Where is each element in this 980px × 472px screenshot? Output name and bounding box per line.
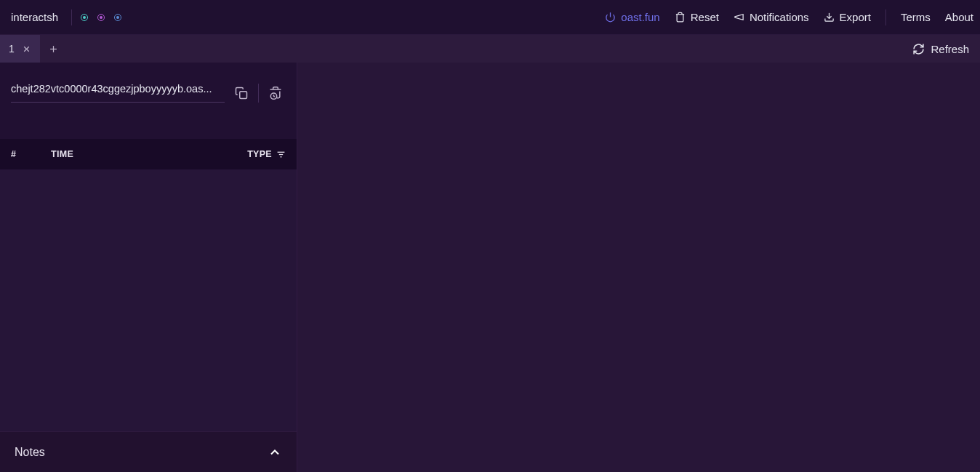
tabs-bar: 1 Refresh	[0, 35, 980, 63]
trash-icon	[675, 12, 686, 23]
column-index: #	[11, 149, 51, 159]
status-dots	[71, 9, 121, 25]
close-icon[interactable]	[22, 44, 31, 54]
url-row: chejt282vtc0000r43cggezjpboyyyyyb.oas...	[0, 63, 297, 108]
clear-history-button[interactable]	[268, 85, 284, 101]
trash-clock-icon	[268, 86, 283, 100]
status-dot-blue	[114, 14, 121, 21]
megaphone-icon	[734, 12, 744, 23]
terms-link[interactable]: Terms	[901, 11, 931, 23]
tab-label: 1	[9, 43, 15, 55]
reset-label: Reset	[691, 11, 719, 23]
reset-button[interactable]: Reset	[675, 11, 719, 23]
chevron-up-icon	[268, 445, 282, 460]
download-icon	[824, 12, 835, 23]
main-panel	[297, 63, 980, 472]
column-type-label: TYPE	[247, 149, 272, 159]
refresh-icon	[912, 43, 925, 55]
status-dot-teal	[81, 14, 88, 21]
notes-toggle[interactable]: Notes	[0, 431, 297, 472]
column-time: TIME	[51, 149, 247, 159]
svg-rect-6	[240, 91, 247, 98]
brand-text: interactsh	[11, 11, 58, 23]
header-right: oast.fun Reset Notifications Export Term…	[605, 9, 969, 25]
export-button[interactable]: Export	[824, 11, 871, 23]
status-dot-purple	[97, 14, 105, 21]
refresh-button[interactable]: Refresh	[901, 35, 980, 63]
copy-icon	[235, 87, 248, 100]
notifications-label: Notifications	[750, 11, 809, 23]
column-type[interactable]: TYPE	[247, 149, 286, 159]
terms-label: Terms	[901, 11, 931, 23]
payload-url[interactable]: chejt282vtc0000r43cggezjpboyyyyyb.oas...	[11, 83, 225, 103]
plus-icon	[48, 44, 59, 55]
about-label: About	[945, 11, 973, 23]
sidebar: chejt282vtc0000r43cggezjpboyyyyyb.oas...…	[0, 63, 297, 472]
add-tab-button[interactable]	[40, 35, 68, 63]
separator	[885, 9, 886, 25]
filter-icon	[276, 150, 286, 159]
tab-1[interactable]: 1	[0, 35, 40, 63]
host-link[interactable]: oast.fun	[605, 11, 659, 23]
table-header: # TIME TYPE	[0, 139, 297, 169]
brand: interactsh	[11, 11, 58, 23]
copy-button[interactable]	[233, 85, 249, 101]
table-body	[0, 169, 297, 431]
host-text: oast.fun	[621, 11, 659, 23]
notifications-button[interactable]: Notifications	[734, 11, 809, 23]
content: chejt282vtc0000r43cggezjpboyyyyyb.oas...…	[0, 63, 980, 472]
header: interactsh oast.fun Reset Notifications …	[0, 0, 980, 35]
export-label: Export	[840, 11, 871, 23]
power-icon	[605, 12, 616, 23]
notes-label: Notes	[15, 446, 268, 459]
about-link[interactable]: About	[945, 11, 973, 23]
separator	[258, 84, 259, 103]
refresh-label: Refresh	[931, 43, 969, 55]
